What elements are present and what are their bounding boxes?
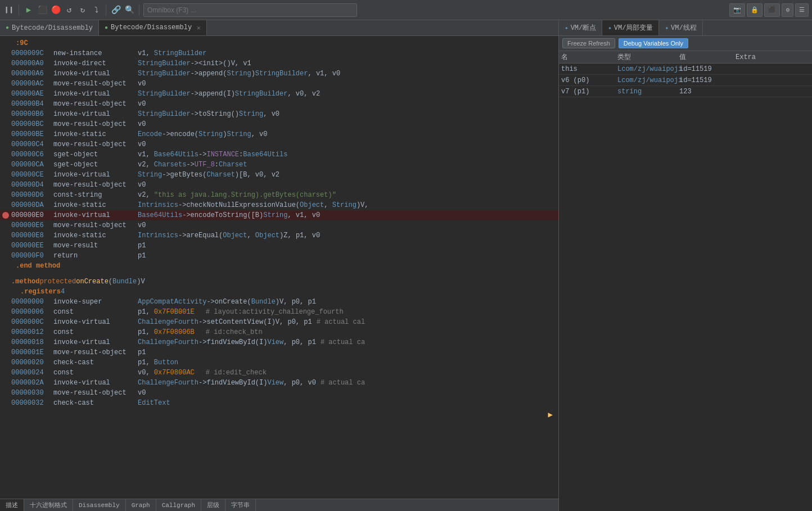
- var-row-this: this Lcom/zj/wuaipoji id=11519: [559, 64, 812, 75]
- tab-icon-2: ●: [105, 25, 108, 31]
- toolbar-btn-menu[interactable]: ☰: [795, 3, 809, 17]
- code-line-be: 000000BE invoke-static Encode->encode(St…: [0, 129, 558, 139]
- code-line-ac: 000000AC move-result-object v0: [0, 79, 558, 89]
- right-tab-label-bp: VM/断点: [571, 23, 597, 33]
- code-line-e6: 000000E6 move-result-object v0: [0, 220, 558, 230]
- bottom-tab-describe[interactable]: 描述: [0, 499, 24, 511]
- toolbar-btn-lock[interactable]: 🔒: [747, 3, 763, 17]
- toolbar-sep-3: [139, 4, 139, 16]
- bottom-tab-disassembly[interactable]: Disassembly: [73, 499, 126, 511]
- toolbar-btn-gear[interactable]: ⚙: [782, 3, 793, 17]
- toolbar-icon-1[interactable]: ❙❙: [3, 4, 15, 16]
- debug-variables-button[interactable]: Debug Variables Only: [619, 38, 688, 48]
- code-line-registers: .registers 4: [0, 287, 558, 297]
- code-line-00: 00000000 invoke-super AppCompatActivity-…: [0, 297, 558, 307]
- var-name-v6: v6 (p0): [561, 76, 617, 84]
- left-panel: ● Bytecode/Disassembly ● Bytecode/Disass…: [0, 20, 559, 511]
- bottom-tab-bytes[interactable]: 字节串: [225, 499, 256, 511]
- tab-bytecode-1[interactable]: ● Bytecode/Disassembly: [0, 20, 99, 35]
- tab-close-icon[interactable]: ✕: [197, 24, 201, 31]
- code-line-e8: 000000E8 invoke-static Intrinsics->areEq…: [0, 230, 558, 241]
- code-line-f0: 000000F0 return p1: [0, 251, 558, 261]
- var-name-v7: v7 (p1): [561, 88, 617, 96]
- var-table-header: 名 类型 值 Extra: [559, 51, 812, 64]
- var-row-v6: v6 (p0) Lcom/zj/wuaipoji id=11519: [559, 75, 812, 86]
- code-line-da: 000000DA invoke-static Intrinsics->check…: [0, 200, 558, 210]
- toolbar-icon-step3[interactable]: ⤵: [91, 4, 102, 16]
- threads-tab-icon: ✦: [665, 24, 669, 31]
- col-header-value: 值: [679, 52, 736, 62]
- tab-label-1: Bytecode/Disassembly: [12, 24, 93, 32]
- code-area[interactable]: :9C 0000009C new-instance v1, StringBuil…: [0, 36, 558, 499]
- toolbar-right: 📷 🔒 ⬛ ⚙ ☰: [729, 3, 809, 17]
- toolbar-icon-link[interactable]: 🔗: [110, 4, 121, 16]
- toolbar-icon-search[interactable]: 🔍: [124, 4, 135, 16]
- bottom-tab-hex[interactable]: 十六进制格式: [24, 499, 73, 511]
- var-type-this: Lcom/zj/wuaipoji: [617, 65, 679, 73]
- freeze-refresh-button[interactable]: Freeze Refresh: [562, 38, 615, 48]
- right-tab-vars[interactable]: ✦ VM/局部变量: [602, 20, 659, 35]
- code-line-d6: 000000D6 const-string v2, "this as java.…: [0, 190, 558, 200]
- bottom-tab-callgraph[interactable]: Callgraph: [156, 499, 201, 511]
- right-panel: ✦ VM/断点 ✦ VM/局部变量 ✦ VM/线程 Freeze Refresh…: [559, 20, 812, 511]
- code-line-d4: 000000D4 move-result-object v0: [0, 180, 558, 190]
- code-line-32: 00000032 check-cast EditText: [0, 398, 558, 408]
- var-value-this: id=11519: [679, 65, 736, 73]
- toolbar-icon-stop[interactable]: ⬛: [37, 4, 48, 16]
- code-line-ae: 000000AE invoke-virtual StringBuilder->a…: [0, 89, 558, 99]
- code-line-30: 00000030 move-result-object v0: [0, 388, 558, 398]
- tab-bar: ● Bytecode/Disassembly ● Bytecode/Disass…: [0, 20, 558, 36]
- right-tab-breakpoints[interactable]: ✦ VM/断点: [559, 20, 602, 35]
- code-line-a0: 000000A0 invoke-direct StringBuilder-><i…: [0, 58, 558, 69]
- toolbar-btn-camera[interactable]: 📷: [729, 3, 745, 17]
- col-header-type: 类型: [617, 52, 679, 62]
- toolbar: ❙❙ ▶ ⬛ 🔴 ↺ ↻ ⤵ 🔗 🔍 📷 🔒 ⬛ ⚙ ☰: [0, 0, 812, 20]
- right-tab-label-vars: VM/局部变量: [614, 23, 653, 33]
- var-type-v7: string: [617, 88, 679, 96]
- var-toolbar: Freeze Refresh Debug Variables Only: [559, 36, 812, 51]
- bottom-tab-graph[interactable]: Graph: [126, 499, 156, 511]
- main-layout: ● Bytecode/Disassembly ● Bytecode/Disass…: [0, 20, 812, 511]
- breakpoint-tab-icon: ✦: [565, 24, 569, 31]
- var-row-v7: v7 (p1) string 123: [559, 86, 812, 97]
- code-line-e0: 000000E0 invoke-virtual Base64Utils->enc…: [0, 210, 558, 220]
- toolbar-icon-step[interactable]: ↺: [64, 4, 75, 16]
- code-line-bc: 000000BC move-result-object v0: [0, 119, 558, 129]
- omnibox-input[interactable]: [143, 3, 357, 17]
- toolbar-icon-debug[interactable]: 🔴: [50, 4, 61, 16]
- code-line-a6: 000000A6 invoke-virtual StringBuilder->a…: [0, 69, 558, 79]
- right-tab-label-threads: VM/线程: [671, 23, 697, 33]
- code-line-b6: 000000B6 invoke-virtual StringBuilder->t…: [0, 109, 558, 119]
- code-line-c6: 000000C6 sget-object v1, Base64Utils->IN…: [0, 150, 558, 160]
- var-type-v6: Lcom/zj/wuaipoji: [617, 76, 679, 84]
- toolbar-icon-run[interactable]: ▶: [23, 4, 34, 16]
- right-tab-threads[interactable]: ✦ VM/线程: [659, 20, 702, 35]
- toolbar-btn-stop2[interactable]: ⬛: [764, 3, 780, 17]
- toolbar-sep-2: [106, 4, 106, 16]
- code-line-18: 00000018 invoke-virtual ChallengeFourth-…: [0, 337, 558, 347]
- code-line-b4: 000000B4 move-result-object v0: [0, 99, 558, 109]
- bottom-tabs: 描述 十六进制格式 Disassembly Graph Callgraph 层级…: [0, 499, 558, 511]
- tab-label-2: Bytecode/Disassembly: [111, 24, 192, 31]
- var-table: 名 类型 值 Extra this Lcom/zj/wuaipoji id=11…: [559, 51, 812, 511]
- col-header-extra: Extra: [736, 53, 810, 61]
- tab-icon-1: ●: [6, 25, 9, 31]
- code-line-1e: 0000001E move-result-object p1: [0, 347, 558, 358]
- code-line-ca: 000000CA sget-object v2, Charsets->UTF_8…: [0, 160, 558, 170]
- bottom-tab-hierarchy[interactable]: 层级: [201, 499, 225, 511]
- code-line-end-method: .end method: [0, 261, 558, 271]
- right-tab-bar: ✦ VM/断点 ✦ VM/局部变量 ✦ VM/线程: [559, 20, 812, 36]
- code-line-0c: 0000000C invoke-virtual ChallengeFourth-…: [0, 317, 558, 327]
- var-value-v6: id=11519: [679, 76, 736, 84]
- col-header-name: 名: [561, 52, 617, 62]
- code-line-12: 00000012 const p1, 0x7F08006B# id:check_…: [0, 327, 558, 337]
- tab-bytecode-2[interactable]: ● Bytecode/Disassembly ✕: [99, 20, 207, 35]
- toolbar-icon-step2[interactable]: ↻: [77, 4, 88, 16]
- code-line-2a: 0000002A invoke-virtual ChallengeFourth-…: [0, 378, 558, 388]
- scroll-arrow-icon: ▶: [548, 410, 553, 419]
- var-name-this: this: [561, 65, 617, 73]
- code-line-20: 00000020 check-cast p1, Button: [0, 358, 558, 368]
- code-line-9c: 0000009C new-instance v1, StringBuilder: [0, 48, 558, 58]
- code-line-24: 00000024 const v0, 0x7F0800AC# id:edit_c…: [0, 368, 558, 378]
- code-line-ee: 000000EE move-result p1: [0, 241, 558, 251]
